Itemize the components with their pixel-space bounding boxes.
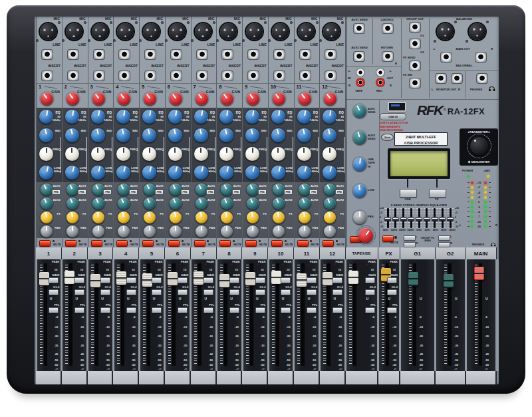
mute-button[interactable] (271, 240, 283, 247)
pfl-button[interactable] (229, 307, 239, 313)
gain-knob[interactable] (66, 92, 79, 105)
pfl-button[interactable] (307, 307, 317, 313)
aux2-knob[interactable] (196, 198, 207, 209)
phones-level-knob[interactable] (358, 228, 373, 243)
gain-knob[interactable] (41, 92, 53, 105)
tape-aux2-send-knob[interactable] (353, 131, 366, 144)
fader-cap[interactable] (219, 274, 229, 287)
pfl-button[interactable] (126, 307, 136, 313)
tape-aux1-send-knob[interactable] (353, 104, 366, 118)
pan-knob[interactable] (144, 225, 156, 237)
fader-cap[interactable] (323, 272, 332, 285)
aux1-knob[interactable] (273, 184, 285, 196)
g2-to-main-l-button[interactable] (438, 235, 450, 241)
geq-slider-cap[interactable] (384, 217, 391, 221)
aux1-knob[interactable] (66, 184, 78, 196)
aux1-knob[interactable] (196, 184, 207, 196)
fx-knob[interactable] (92, 211, 104, 223)
mute-button[interactable] (168, 240, 180, 247)
eq-hi-knob[interactable] (168, 110, 182, 124)
fx-knob[interactable] (299, 211, 311, 223)
group-assign-button[interactable] (74, 289, 84, 295)
pan-knob[interactable] (299, 225, 311, 237)
fx-knob[interactable] (221, 211, 233, 223)
aux2-knob[interactable] (66, 198, 78, 209)
fx-knob[interactable] (196, 211, 207, 223)
main-assign-button[interactable] (49, 277, 59, 283)
eq-hi-knob[interactable] (194, 110, 208, 124)
g2-to-main-r-button[interactable] (438, 242, 450, 247)
fader-cap[interactable] (297, 273, 307, 287)
pan-knob[interactable] (221, 225, 233, 237)
eq-mid-knob[interactable] (271, 128, 285, 142)
pre-button[interactable]: PRE (284, 190, 293, 195)
eq-low-knob[interactable] (168, 166, 182, 180)
main-assign-button[interactable] (255, 277, 265, 283)
group-assign-button[interactable] (281, 289, 291, 295)
eq-freq-knob[interactable] (323, 147, 336, 161)
eq-hi-knob[interactable] (323, 110, 336, 124)
aux1-knob[interactable] (118, 184, 130, 196)
eq-low-knob[interactable] (271, 166, 285, 180)
main-assign-button[interactable] (365, 277, 375, 283)
usb-mode-button[interactable] (400, 189, 417, 198)
aux1-knob[interactable] (299, 184, 311, 196)
mute-button[interactable] (245, 240, 257, 247)
eq-hi-knob[interactable] (219, 110, 233, 124)
pre-button[interactable]: PRE (206, 190, 215, 195)
gain-knob[interactable] (247, 92, 259, 105)
group-assign-button[interactable] (307, 289, 317, 295)
fader-cap[interactable] (39, 272, 49, 285)
group-assign-button[interactable] (229, 289, 239, 295)
eq-mid-knob[interactable] (194, 128, 208, 142)
mute-button[interactable] (142, 240, 154, 247)
mute-button[interactable] (194, 240, 205, 247)
pan-knob[interactable] (118, 225, 130, 237)
pre-button[interactable]: PRE (232, 190, 241, 195)
eq-freq-knob[interactable] (91, 147, 105, 161)
eq-low-knob[interactable] (323, 166, 336, 180)
tape-hi-knob[interactable] (353, 158, 366, 171)
fader-cap[interactable] (65, 271, 74, 284)
eq-freq-knob[interactable] (219, 147, 233, 161)
gain-knob[interactable] (118, 92, 130, 105)
eq-mid-knob[interactable] (219, 128, 233, 142)
pre-button[interactable]: PRE (258, 190, 267, 195)
geq-slider-cap[interactable] (392, 217, 399, 221)
fader-cap[interactable] (474, 267, 484, 280)
aux2-knob[interactable] (324, 198, 336, 209)
fx-knob[interactable] (66, 211, 78, 223)
pan-knob[interactable] (247, 225, 259, 237)
geq-slider-cap[interactable] (432, 217, 438, 221)
pre-button[interactable]: PRE (103, 190, 112, 195)
eq-freq-knob[interactable] (116, 147, 130, 161)
g1-to-main-l-button[interactable] (404, 235, 416, 241)
mute-button[interactable] (297, 240, 309, 247)
eq-mid-knob[interactable] (142, 128, 156, 142)
eq-freq-knob[interactable] (297, 147, 311, 161)
fader-cap[interactable] (142, 273, 152, 287)
pfl-button[interactable] (332, 307, 342, 313)
pfl-button[interactable] (49, 307, 59, 313)
aux2-knob[interactable] (144, 198, 156, 209)
group-assign-button[interactable] (100, 289, 110, 295)
eq-hi-knob[interactable] (142, 110, 156, 124)
fx-knob[interactable] (324, 211, 336, 223)
main-assign-button[interactable] (387, 277, 397, 283)
eq-low-knob[interactable] (39, 166, 53, 180)
pfl-button[interactable] (152, 307, 162, 313)
aux2-knob[interactable] (41, 198, 53, 209)
eq-hi-knob[interactable] (39, 110, 53, 124)
eq-low-knob[interactable] (142, 166, 156, 180)
pre-button[interactable]: PRE (309, 190, 318, 195)
gain-knob[interactable] (92, 92, 105, 105)
fader-cap[interactable] (271, 271, 281, 284)
gain-knob[interactable] (324, 92, 336, 105)
gain-knob[interactable] (299, 92, 311, 105)
mute-button[interactable] (219, 240, 231, 247)
pan-knob[interactable] (273, 225, 285, 237)
group-assign-button[interactable] (365, 289, 375, 295)
eq-hi-knob[interactable] (91, 110, 105, 124)
eq-freq-knob[interactable] (194, 147, 208, 161)
aux1-knob[interactable] (170, 184, 182, 196)
